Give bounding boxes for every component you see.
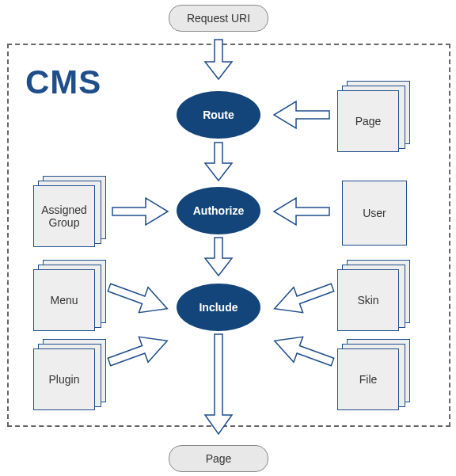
assigned-group-stack: Assigned Group [33, 176, 106, 249]
arrow-request-to-route [205, 40, 232, 84]
include-node: Include [177, 284, 260, 331]
authorize-node: Authorize [177, 187, 260, 234]
user-card: User [342, 181, 407, 246]
cms-title: CMS [25, 63, 101, 101]
file-stack: File [337, 339, 410, 412]
menu-label: Menu [33, 269, 95, 331]
arrow-skin-to-include [268, 274, 332, 317]
arrow-authorize-to-include [205, 238, 232, 279]
plugin-label: Plugin [33, 348, 95, 410]
request-uri-box: Request URI [169, 5, 268, 32]
page-stack-label: Page [337, 90, 399, 152]
arrow-plugin-to-include [109, 333, 174, 375]
arrow-group-to-authorize [112, 198, 168, 225]
arrow-include-to-output [205, 334, 232, 437]
route-node: Route [177, 91, 260, 139]
arrow-user-to-authorize [274, 198, 329, 225]
arrow-menu-to-include [109, 274, 174, 317]
file-label: File [337, 348, 399, 410]
assigned-group-label: Assigned Group [33, 185, 95, 247]
arrow-route-to-authorize [205, 143, 232, 184]
page-stack: Page [337, 81, 410, 154]
arrow-page-to-route [274, 101, 329, 128]
output-page-box: Page [169, 445, 268, 472]
menu-stack: Menu [33, 260, 106, 333]
skin-label: Skin [337, 269, 399, 331]
plugin-stack: Plugin [33, 339, 106, 412]
diagram-canvas: CMS Request URI Page Route Authorize Inc… [0, 0, 456, 476]
arrow-file-to-include [268, 333, 332, 375]
skin-stack: Skin [337, 260, 410, 333]
